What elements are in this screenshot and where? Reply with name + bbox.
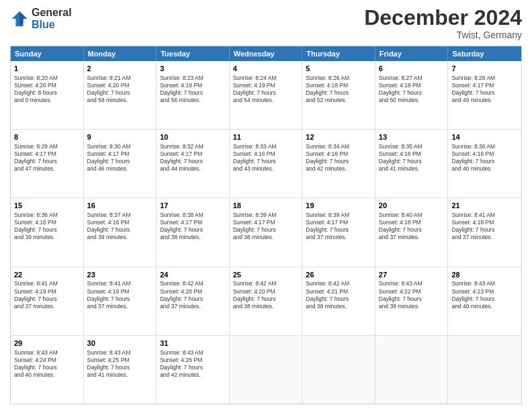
cell-content: Sunrise: 8:32 AMSunset: 4:17 PMDaylight:… bbox=[160, 143, 226, 173]
day-number: 14 bbox=[451, 132, 518, 142]
cell-content: Sunrise: 8:43 AMSunset: 4:23 PMDaylight:… bbox=[451, 280, 518, 310]
cell-content: Sunrise: 8:20 AMSunset: 4:20 PMDaylight:… bbox=[14, 75, 80, 104]
week-row-3: 15 Sunrise: 8:36 AMSunset: 4:16 PMDaylig… bbox=[11, 198, 521, 267]
day-number: 17 bbox=[160, 201, 226, 211]
cell-dec-7: 7 Sunrise: 8:28 AMSunset: 4:17 PMDayligh… bbox=[448, 61, 521, 129]
cell-dec-26: 26 Sunrise: 8:42 AMSunset: 4:21 PMDaylig… bbox=[302, 267, 375, 335]
day-number: 16 bbox=[87, 201, 153, 211]
cell-dec-18: 18 Sunrise: 8:39 AMSunset: 4:17 PMDaylig… bbox=[230, 198, 303, 266]
cell-content: Sunrise: 8:21 AMSunset: 4:20 PMDaylight:… bbox=[87, 75, 153, 104]
cell-dec-23: 23 Sunrise: 8:41 AMSunset: 4:19 PMDaylig… bbox=[84, 267, 157, 335]
logo: General Blue bbox=[10, 7, 72, 30]
cell-dec-24: 24 Sunrise: 8:42 AMSunset: 4:20 PMDaylig… bbox=[157, 267, 230, 335]
day-number: 30 bbox=[87, 338, 153, 349]
day-number: 26 bbox=[306, 270, 371, 280]
cell-content: Sunrise: 8:38 AMSunset: 4:17 PMDaylight:… bbox=[160, 212, 226, 241]
week-row-5: 29 Sunrise: 8:43 AMSunset: 4:24 PMDaylig… bbox=[11, 336, 521, 404]
cell-content: Sunrise: 8:27 AMSunset: 4:18 PMDaylight:… bbox=[379, 75, 445, 104]
cell-content: Sunrise: 8:28 AMSunset: 4:17 PMDaylight:… bbox=[451, 75, 518, 104]
cell-content: Sunrise: 8:41 AMSunset: 4:19 PMDaylight:… bbox=[14, 280, 80, 310]
day-number: 19 bbox=[306, 201, 371, 211]
cell-content: Sunrise: 8:43 AMSunset: 4:25 PMDaylight:… bbox=[87, 349, 153, 379]
cell-empty-4 bbox=[448, 336, 521, 404]
cell-empty-1 bbox=[230, 336, 303, 404]
cell-dec-16: 16 Sunrise: 8:37 AMSunset: 4:16 PMDaylig… bbox=[84, 198, 157, 266]
cell-dec-9: 9 Sunrise: 8:30 AMSunset: 4:17 PMDayligh… bbox=[84, 130, 157, 197]
day-number: 2 bbox=[87, 64, 153, 74]
day-number: 25 bbox=[233, 270, 299, 280]
header-wednesday: Wednesday bbox=[230, 46, 303, 61]
day-number: 15 bbox=[14, 201, 80, 211]
week-row-2: 8 Sunrise: 8:29 AMSunset: 4:17 PMDayligh… bbox=[11, 130, 521, 198]
cell-content: Sunrise: 8:39 AMSunset: 4:17 PMDaylight:… bbox=[306, 212, 371, 241]
day-number: 21 bbox=[451, 201, 518, 211]
cell-dec-8: 8 Sunrise: 8:29 AMSunset: 4:17 PMDayligh… bbox=[11, 130, 84, 197]
calendar-body: 1 Sunrise: 8:20 AMSunset: 4:20 PMDayligh… bbox=[11, 61, 521, 404]
cell-empty-2 bbox=[302, 336, 375, 404]
day-number: 20 bbox=[379, 201, 445, 211]
cell-dec-2: 2 Sunrise: 8:21 AMSunset: 4:20 PMDayligh… bbox=[84, 61, 157, 129]
day-number: 1 bbox=[14, 64, 80, 74]
logo-text: General Blue bbox=[32, 7, 72, 30]
cell-content: Sunrise: 8:39 AMSunset: 4:17 PMDaylight:… bbox=[233, 212, 299, 241]
cell-content: Sunrise: 8:41 AMSunset: 4:19 PMDaylight:… bbox=[87, 280, 153, 310]
day-number: 27 bbox=[379, 270, 445, 280]
cell-dec-29: 29 Sunrise: 8:43 AMSunset: 4:24 PMDaylig… bbox=[11, 336, 84, 404]
cell-dec-6: 6 Sunrise: 8:27 AMSunset: 4:18 PMDayligh… bbox=[375, 61, 449, 129]
cell-dec-11: 11 Sunrise: 8:33 AMSunset: 4:16 PMDaylig… bbox=[230, 130, 303, 197]
day-number: 11 bbox=[233, 132, 299, 142]
cell-dec-14: 14 Sunrise: 8:36 AMSunset: 4:16 PMDaylig… bbox=[448, 130, 521, 197]
title-area: December 2024 Twist, Germany bbox=[364, 7, 522, 40]
location-subtitle: Twist, Germany bbox=[364, 30, 522, 40]
header-thursday: Thursday bbox=[302, 46, 375, 61]
cell-content: Sunrise: 8:36 AMSunset: 4:16 PMDaylight:… bbox=[451, 143, 518, 173]
cell-dec-21: 21 Sunrise: 8:41 AMSunset: 4:18 PMDaylig… bbox=[448, 198, 521, 266]
calendar: Sunday Monday Tuesday Wednesday Thursday… bbox=[10, 46, 522, 404]
cell-dec-31: 31 Sunrise: 8:43 AMSunset: 4:26 PMDaylig… bbox=[157, 336, 230, 404]
cell-content: Sunrise: 8:33 AMSunset: 4:16 PMDaylight:… bbox=[233, 143, 299, 173]
day-number: 13 bbox=[379, 132, 445, 142]
day-number: 31 bbox=[160, 338, 226, 349]
cell-dec-25: 25 Sunrise: 8:42 AMSunset: 4:20 PMDaylig… bbox=[230, 267, 303, 335]
cell-dec-17: 17 Sunrise: 8:38 AMSunset: 4:17 PMDaylig… bbox=[157, 198, 230, 266]
calendar-header: Sunday Monday Tuesday Wednesday Thursday… bbox=[11, 46, 521, 61]
cell-content: Sunrise: 8:34 AMSunset: 4:16 PMDaylight:… bbox=[306, 143, 371, 173]
day-number: 5 bbox=[306, 64, 371, 74]
cell-content: Sunrise: 8:37 AMSunset: 4:16 PMDaylight:… bbox=[87, 212, 153, 241]
cell-dec-1: 1 Sunrise: 8:20 AMSunset: 4:20 PMDayligh… bbox=[11, 61, 84, 129]
cell-dec-30: 30 Sunrise: 8:43 AMSunset: 4:25 PMDaylig… bbox=[84, 336, 157, 404]
day-number: 12 bbox=[306, 132, 371, 142]
cell-dec-22: 22 Sunrise: 8:41 AMSunset: 4:19 PMDaylig… bbox=[11, 267, 84, 335]
cell-content: Sunrise: 8:42 AMSunset: 4:20 PMDaylight:… bbox=[160, 280, 226, 310]
cell-content: Sunrise: 8:24 AMSunset: 4:19 PMDaylight:… bbox=[233, 75, 299, 104]
cell-content: Sunrise: 8:43 AMSunset: 4:24 PMDaylight:… bbox=[14, 349, 80, 379]
cell-dec-15: 15 Sunrise: 8:36 AMSunset: 4:16 PMDaylig… bbox=[11, 198, 84, 266]
day-number: 10 bbox=[160, 132, 226, 142]
cell-dec-27: 27 Sunrise: 8:43 AMSunset: 4:22 PMDaylig… bbox=[375, 267, 449, 335]
day-number: 8 bbox=[14, 132, 80, 142]
cell-dec-12: 12 Sunrise: 8:34 AMSunset: 4:16 PMDaylig… bbox=[302, 130, 375, 197]
cell-content: Sunrise: 8:30 AMSunset: 4:17 PMDaylight:… bbox=[87, 143, 153, 173]
page: General Blue December 2024 Twist, German… bbox=[0, 0, 532, 411]
cell-content: Sunrise: 8:35 AMSunset: 4:16 PMDaylight:… bbox=[379, 143, 445, 173]
day-number: 29 bbox=[14, 338, 80, 349]
header-saturday: Saturday bbox=[448, 46, 521, 61]
header-tuesday: Tuesday bbox=[157, 46, 230, 61]
header-friday: Friday bbox=[375, 46, 449, 61]
cell-dec-20: 20 Sunrise: 8:40 AMSunset: 4:18 PMDaylig… bbox=[375, 198, 449, 266]
day-number: 28 bbox=[451, 270, 518, 280]
header: General Blue December 2024 Twist, German… bbox=[10, 7, 522, 40]
week-row-4: 22 Sunrise: 8:41 AMSunset: 4:19 PMDaylig… bbox=[11, 267, 521, 336]
cell-content: Sunrise: 8:42 AMSunset: 4:20 PMDaylight:… bbox=[233, 280, 299, 310]
cell-dec-3: 3 Sunrise: 8:23 AMSunset: 4:19 PMDayligh… bbox=[157, 61, 230, 129]
cell-dec-10: 10 Sunrise: 8:32 AMSunset: 4:17 PMDaylig… bbox=[157, 130, 230, 197]
cell-content: Sunrise: 8:23 AMSunset: 4:19 PMDaylight:… bbox=[160, 75, 226, 104]
cell-content: Sunrise: 8:43 AMSunset: 4:26 PMDaylight:… bbox=[160, 349, 226, 379]
day-number: 22 bbox=[14, 270, 80, 280]
cell-content: Sunrise: 8:26 AMSunset: 4:18 PMDaylight:… bbox=[306, 75, 371, 104]
day-number: 4 bbox=[233, 64, 299, 74]
day-number: 6 bbox=[379, 64, 445, 74]
logo-icon bbox=[10, 9, 29, 28]
header-sunday: Sunday bbox=[11, 46, 84, 61]
cell-dec-28: 28 Sunrise: 8:43 AMSunset: 4:23 PMDaylig… bbox=[448, 267, 521, 335]
